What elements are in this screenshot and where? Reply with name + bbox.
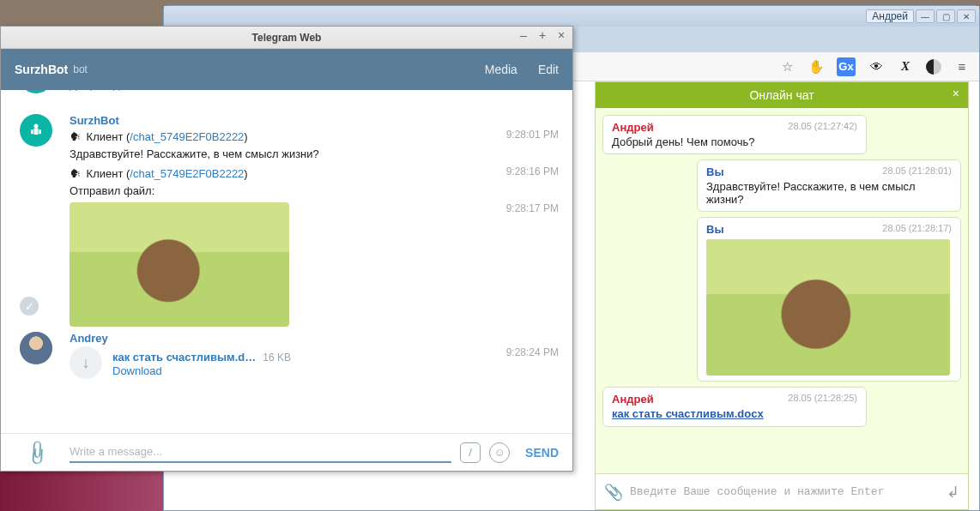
chat-message-file-link[interactable]: как стать счастливым.docx — [612, 407, 764, 420]
chat-close-icon[interactable]: × — [953, 87, 959, 100]
contrast-icon[interactable] — [926, 59, 941, 75]
bookmark-star-icon[interactable]: ☆ — [778, 58, 795, 75]
speaker-icon: 🗣 — [70, 130, 81, 143]
telegram-messages[interactable]: Добрый день! Чем помочь? SurzhBot9:28:01… — [1, 90, 572, 433]
chat-header-actions: Media Edit — [485, 63, 559, 76]
speaker-icon: 🗣 — [70, 167, 81, 180]
chat-header[interactable]: Онлайн чат × — [596, 82, 968, 108]
chat-peer-name: SurzhBot — [15, 63, 68, 76]
close-button[interactable]: ✕ — [957, 9, 976, 23]
chat-peer-sub: bot — [73, 63, 88, 75]
cut-avatar — [20, 90, 52, 93]
desktop-wallpaper — [0, 472, 163, 511]
extension-x-icon[interactable]: X — [897, 58, 914, 75]
compose-attach-icon[interactable]: 📎 — [22, 437, 52, 467]
chat-message-image[interactable] — [706, 239, 950, 376]
translate-icon[interactable]: Gx — [837, 57, 856, 76]
selection-check-icon[interactable]: ✓ — [20, 297, 39, 316]
chat-message-time: 28.05 (21:28:01) — [882, 165, 952, 176]
telegram-chat-header[interactable]: SurzhBot bot Media Edit — [1, 49, 572, 90]
message-line: 🗣 Клиент (/chat_5749E2F0B2222) — [70, 165, 559, 183]
cut-previous-message: Добрый день! Чем помочь? — [70, 93, 559, 109]
chat-message-time: 28.05 (21:28:17) — [882, 223, 952, 233]
chat-message: Андрей28.05 (21:28:25)как стать счастлив… — [602, 387, 867, 427]
compose-input[interactable] — [70, 442, 451, 463]
chat-input-row: 📎 ↲ — [596, 473, 968, 509]
attach-icon[interactable]: 📎 — [604, 483, 623, 502]
browser-titlebar: Андрей — ▢ ✕ — [164, 6, 979, 27]
bot-icon — [27, 122, 45, 139]
download-link[interactable]: Download — [112, 364, 291, 377]
avatar[interactable] — [20, 332, 52, 364]
online-chat-widget: Онлайн чат × Андрей28.05 (21:27:42)Добры… — [595, 81, 969, 510]
telegram-compose: 📎 / ☺ SEND — [1, 433, 572, 471]
file-size: 16 KB — [263, 352, 291, 364]
chat-message: Вы28.05 (21:28:17) — [697, 217, 961, 382]
message-sender[interactable]: SurzhBot — [70, 114, 559, 127]
chat-link[interactable]: /chat_5749E2F0B2222 — [130, 130, 244, 143]
svg-point-0 — [34, 124, 39, 129]
svg-rect-3 — [39, 129, 41, 134]
message-group: Andrey9:28:24 PM↓как стать счастливым.d…… — [70, 332, 559, 379]
message-row: 9:28:17 PM✓ — [70, 202, 559, 327]
chat-message-text: Здравствуйте! Расскажите, в чем смысл жи… — [706, 180, 952, 206]
eye-icon[interactable]: 👁 — [868, 58, 885, 75]
message-row: 9:28:01 PM🗣 Клиент (/chat_5749E2F0B2222)… — [70, 129, 559, 162]
telegram-window: Telegram Web – + × SurzhBot bot Media Ed… — [0, 26, 573, 472]
chat-message: Андрей28.05 (21:27:42)Добрый день! Чем п… — [602, 115, 867, 154]
message-photo[interactable] — [70, 202, 289, 327]
chat-message-text: Добрый день! Чем помочь? — [612, 135, 857, 148]
tg-close-button[interactable]: × — [555, 30, 567, 42]
message-row: 9:28:24 PM↓как стать счастливым.d…16 KBD… — [70, 346, 559, 379]
telegram-title: Telegram Web — [1, 32, 572, 44]
message-line: Отправил файл: — [70, 183, 559, 200]
telegram-window-buttons: – + × — [517, 30, 567, 42]
message-time: 9:28:01 PM — [506, 129, 559, 141]
chat-message: Вы28.05 (21:28:01)Здравствуйте! Расскажи… — [697, 159, 961, 212]
message-time: 9:28:17 PM — [506, 202, 559, 214]
tg-minimize-button[interactable]: – — [517, 30, 529, 42]
message-time: 9:28:16 PM — [506, 165, 559, 177]
tg-maximize-button[interactable]: + — [536, 30, 548, 42]
download-icon[interactable]: ↓ — [70, 346, 102, 379]
send-button[interactable]: SEND — [525, 446, 559, 460]
message-row: 9:28:16 PM🗣 Клиент (/chat_5749E2F0B2222)… — [70, 165, 559, 199]
cut-text: Добрый день! Чем помочь? — [70, 90, 212, 91]
browser-menu-icon[interactable]: ≡ — [953, 58, 971, 75]
browser-user-badge[interactable]: Андрей — [866, 9, 914, 23]
chat-body: Андрей28.05 (21:27:42)Добрый день! Чем п… — [596, 108, 968, 473]
svg-rect-1 — [34, 129, 39, 135]
emoji-icon[interactable]: ☺ — [489, 442, 510, 463]
avatar[interactable] — [20, 114, 52, 147]
message-line: 🗣 Клиент (/chat_5749E2F0B2222) — [70, 129, 559, 146]
chat-message-time: 28.05 (21:28:25) — [788, 393, 857, 403]
chat-title: Онлайн чат — [749, 88, 814, 102]
keyboard-icon[interactable]: / — [460, 442, 481, 463]
media-button[interactable]: Media — [485, 63, 517, 76]
chat-send-icon[interactable]: ↲ — [947, 483, 959, 502]
message-line: Здравствуйте! Расскажите, в чем смысл жи… — [70, 146, 559, 163]
chat-input[interactable] — [630, 485, 940, 498]
adblock-icon[interactable]: ✋ — [808, 58, 825, 75]
message-time: 9:28:24 PM — [506, 346, 559, 358]
file-name: как стать счастливым.d… — [112, 351, 256, 364]
message-group: SurzhBot9:28:01 PM🗣 Клиент (/chat_5749E2… — [70, 114, 559, 327]
minimize-button[interactable]: — — [916, 9, 935, 23]
chat-message-time: 28.05 (21:27:42) — [788, 121, 857, 131]
maximize-button[interactable]: ▢ — [936, 9, 955, 23]
message-file[interactable]: ↓как стать счастливым.d…16 KBDownload — [70, 346, 559, 379]
message-sender[interactable]: Andrey — [70, 332, 559, 345]
chat-link[interactable]: /chat_5749E2F0B2222 — [130, 167, 244, 180]
edit-button[interactable]: Edit — [538, 63, 559, 76]
svg-rect-2 — [31, 129, 33, 134]
telegram-titlebar[interactable]: Telegram Web – + × — [1, 27, 572, 49]
